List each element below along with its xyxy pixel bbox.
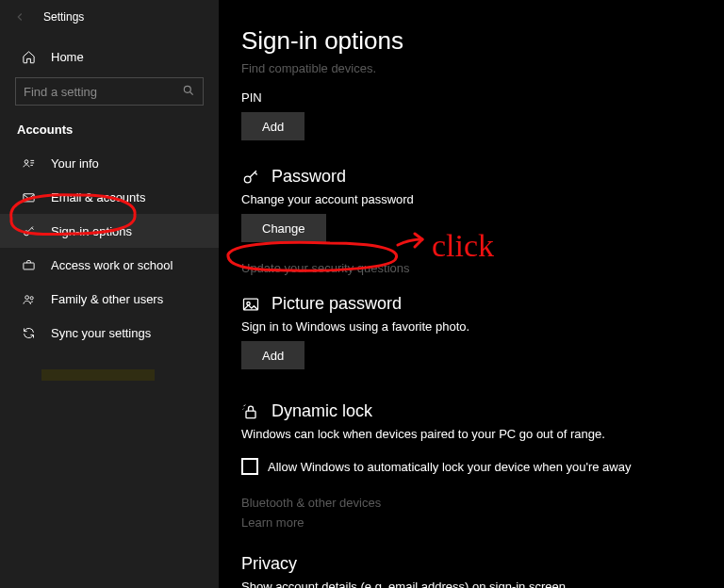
highlight-smudge [41, 369, 155, 381]
privacy-desc: Show account details (e.g. email address… [241, 580, 705, 588]
password-heading: Password [272, 167, 346, 187]
learn-more-link[interactable]: Learn more [241, 515, 304, 530]
sidebar-item-your-info[interactable]: Your info [0, 146, 219, 180]
picture-icon [241, 295, 260, 314]
sidebar: Settings Home Accounts Your info Email &… [0, 0, 219, 588]
search-icon [182, 84, 195, 100]
page-subtitle: Find compatible devices. [241, 61, 376, 75]
svg-point-3 [24, 230, 28, 235]
sidebar-item-label: Access work or school [51, 258, 173, 272]
sidebar-item-family-users[interactable]: Family & other users [0, 282, 219, 316]
mail-icon [21, 190, 36, 204]
password-desc: Change your account password [241, 192, 705, 206]
svg-point-7 [244, 176, 251, 183]
update-security-questions-link[interactable]: Update your security questions [241, 261, 409, 275]
sidebar-item-label: Family & other users [51, 292, 163, 306]
password-change-button[interactable]: Change [241, 214, 326, 242]
home-button[interactable]: Home [0, 38, 219, 75]
page-title: Sign-in options [241, 26, 705, 56]
home-icon [21, 50, 36, 64]
dynamic-lock-checkbox-label: Allow Windows to automatically lock your… [268, 460, 631, 474]
dynamic-lock-icon [241, 402, 260, 421]
picture-password-add-button[interactable]: Add [241, 341, 304, 369]
briefcase-icon [21, 258, 36, 272]
svg-rect-4 [23, 263, 33, 270]
sidebar-item-label: Sign-in options [51, 224, 132, 238]
dynamic-lock-checkbox-row[interactable]: Allow Windows to automatically lock your… [241, 458, 705, 475]
window-title: Settings [43, 10, 84, 24]
sidebar-item-access-work-school[interactable]: Access work or school [0, 248, 219, 282]
key-icon [21, 224, 36, 238]
dynamic-lock-desc: Windows can lock when devices paired to … [241, 427, 705, 441]
svg-point-6 [30, 296, 33, 299]
sidebar-item-signin-options[interactable]: Sign-in options [0, 214, 219, 248]
category-header: Accounts [0, 122, 219, 137]
sidebar-item-label: Sync your settings [51, 326, 151, 340]
picture-password-desc: Sign in to Windows using a favorite phot… [241, 319, 705, 334]
svg-rect-10 [246, 411, 255, 418]
bluetooth-devices-link[interactable]: Bluetooth & other devices [241, 496, 381, 510]
checkbox-icon[interactable] [241, 458, 258, 475]
privacy-heading: Privacy [241, 554, 297, 574]
sidebar-item-sync-settings[interactable]: Sync your settings [0, 316, 219, 350]
dynamic-lock-heading: Dynamic lock [272, 401, 372, 421]
main-content: Sign-in options Find compatible devices.… [219, 0, 724, 588]
svg-rect-2 [23, 193, 33, 201]
search-field[interactable] [24, 85, 182, 99]
sidebar-item-email-accounts[interactable]: Email & accounts [0, 180, 219, 214]
person-card-icon [21, 156, 36, 171]
pin-label: PIN [241, 90, 705, 105]
sync-icon [21, 326, 36, 340]
sidebar-item-label: Your info [51, 156, 99, 171]
key-icon [241, 168, 260, 187]
picture-password-heading: Picture password [272, 294, 402, 314]
back-button[interactable] [9, 7, 30, 27]
svg-point-1 [25, 159, 28, 163]
svg-point-0 [184, 86, 190, 92]
sidebar-item-label: Email & accounts [51, 190, 145, 204]
home-label: Home [51, 50, 84, 64]
people-icon [21, 292, 36, 306]
svg-point-5 [25, 295, 28, 299]
pin-add-button[interactable]: Add [241, 112, 304, 140]
search-input[interactable] [15, 77, 204, 106]
